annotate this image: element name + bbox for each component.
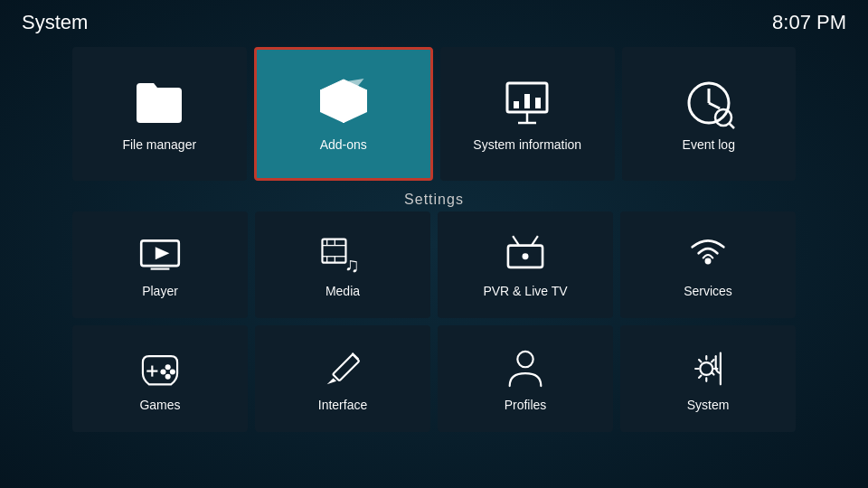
settings-section-label: Settings (0, 192, 868, 208)
tile-event-log[interactable]: Event log (622, 47, 797, 181)
tile-interface-label: Interface (318, 398, 367, 412)
tile-services[interactable]: Services (620, 211, 796, 318)
svg-line-13 (729, 123, 734, 128)
svg-line-11 (709, 103, 720, 108)
svg-marker-37 (327, 378, 336, 384)
tile-system-information-label: System information (473, 137, 581, 152)
page-title: System (22, 11, 88, 34)
event-log-icon (682, 76, 736, 130)
tile-services-label: Services (684, 284, 732, 298)
svg-rect-17 (322, 239, 345, 263)
profiles-icon (502, 345, 549, 392)
tile-player-label: Player (142, 284, 178, 298)
tile-player[interactable]: Player (72, 211, 248, 318)
tile-interface[interactable]: Interface (255, 325, 430, 432)
svg-point-28 (523, 253, 529, 259)
tile-add-ons-label: Add-ons (320, 137, 367, 152)
folder-icon (132, 76, 186, 130)
svg-point-32 (165, 364, 171, 370)
interface-icon (319, 345, 366, 392)
tile-file-manager-label: File manager (122, 137, 196, 152)
tile-event-log-label: Event log (683, 137, 735, 152)
games-icon (137, 345, 184, 392)
svg-point-29 (705, 258, 712, 264)
svg-marker-15 (156, 247, 170, 259)
tile-pvr-live-tv-label: PVR & Live TV (483, 284, 567, 298)
addons-icon (316, 76, 371, 130)
svg-point-40 (700, 362, 712, 375)
services-icon (684, 231, 731, 278)
svg-text:♫: ♫ (344, 254, 360, 277)
svg-line-27 (532, 236, 538, 245)
clock-display: 8:07 PM (772, 11, 846, 34)
tile-profiles[interactable]: Profiles (438, 325, 613, 432)
tile-file-manager[interactable]: File manager (72, 47, 247, 181)
svg-rect-8 (535, 98, 541, 108)
system-icon (684, 345, 731, 392)
svg-line-38 (352, 353, 358, 360)
tile-media-label: Media (326, 284, 360, 298)
tile-system-label: System (687, 398, 730, 412)
svg-point-35 (165, 374, 171, 380)
svg-point-39 (517, 352, 533, 367)
media-icon: ♫ (319, 231, 366, 278)
svg-rect-7 (524, 94, 530, 108)
tile-add-ons[interactable]: Add-ons (254, 47, 434, 181)
tile-profiles-label: Profiles (505, 398, 547, 412)
player-icon (137, 231, 184, 278)
svg-point-34 (160, 369, 165, 374)
tile-system[interactable]: System (620, 325, 796, 432)
svg-point-33 (170, 369, 175, 374)
svg-line-26 (513, 236, 519, 245)
tile-pvr-live-tv[interactable]: PVR & Live TV (438, 211, 613, 318)
tile-system-information[interactable]: System information (440, 47, 615, 181)
svg-rect-36 (333, 354, 359, 380)
tile-games[interactable]: Games (72, 325, 248, 432)
pvr-icon (502, 231, 549, 278)
svg-rect-6 (514, 101, 519, 108)
tile-media[interactable]: ♫ Media (255, 211, 430, 318)
tile-games-label: Games (139, 398, 180, 412)
system-info-icon (500, 76, 554, 130)
